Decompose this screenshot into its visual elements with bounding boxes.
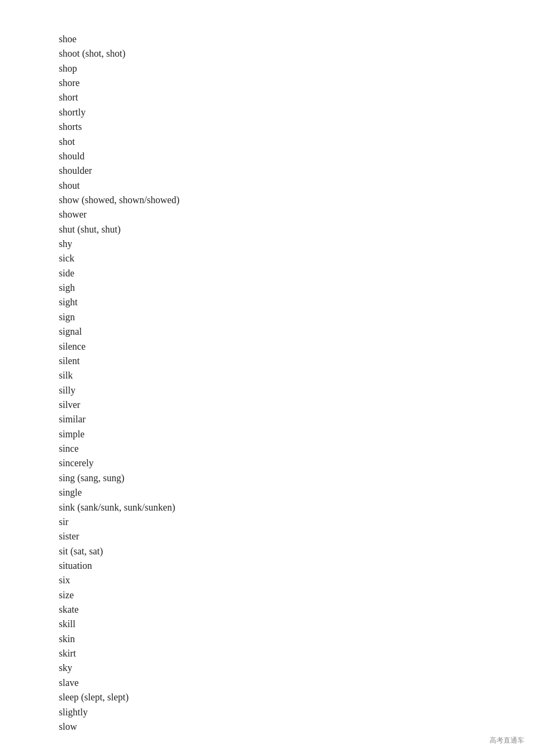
list-item: silver — [59, 398, 535, 412]
list-item: sigh — [59, 281, 535, 295]
list-item: size — [59, 588, 535, 603]
list-item: sight — [59, 295, 535, 310]
list-item: skate — [59, 603, 535, 617]
list-item: slow — [59, 720, 535, 734]
list-item: sick — [59, 251, 535, 266]
list-item: shortly — [59, 105, 535, 120]
list-item: skin — [59, 632, 535, 646]
list-item: silent — [59, 354, 535, 368]
list-item: shy — [59, 237, 535, 251]
list-item: silk — [59, 368, 535, 383]
list-item: situation — [59, 559, 535, 573]
list-item: shut (shut, shut) — [59, 222, 535, 237]
list-item: since — [59, 442, 535, 456]
list-item: slightly — [59, 705, 535, 720]
list-item: skirt — [59, 646, 535, 661]
list-item: short — [59, 90, 535, 105]
list-item: shower — [59, 207, 535, 222]
list-item: show (showed, shown/showed) — [59, 193, 535, 207]
list-item: sky — [59, 661, 535, 675]
list-item: similar — [59, 412, 535, 427]
list-item: side — [59, 266, 535, 281]
word-list: shoeshoot (shot, shot)shopshoreshortshor… — [0, 0, 535, 756]
watermark: 高考直通车 — [490, 736, 524, 745]
list-item: silence — [59, 340, 535, 354]
list-item: shot — [59, 135, 535, 149]
list-item: slave — [59, 676, 535, 690]
list-item: shorts — [59, 120, 535, 134]
list-item: sir — [59, 515, 535, 529]
list-item: sister — [59, 529, 535, 544]
list-item: sign — [59, 310, 535, 325]
list-item: sleep (slept, slept) — [59, 690, 535, 705]
list-item: skill — [59, 617, 535, 631]
list-item: shout — [59, 179, 535, 193]
list-item: single — [59, 485, 535, 500]
list-item: shop — [59, 61, 535, 76]
list-item: shore — [59, 76, 535, 90]
list-item: six — [59, 573, 535, 588]
list-item: sit (sat, sat) — [59, 544, 535, 559]
list-item: shoot (shot, shot) — [59, 47, 535, 61]
list-item: sink (sank/sunk, sunk/sunken) — [59, 500, 535, 515]
list-item: sing (sang, sung) — [59, 471, 535, 485]
list-item: signal — [59, 325, 535, 339]
list-item: shoulder — [59, 164, 535, 178]
list-item: shoe — [59, 32, 535, 47]
list-item: should — [59, 149, 535, 164]
list-item: silly — [59, 383, 535, 398]
list-item: sincerely — [59, 456, 535, 470]
list-item: simple — [59, 427, 535, 442]
